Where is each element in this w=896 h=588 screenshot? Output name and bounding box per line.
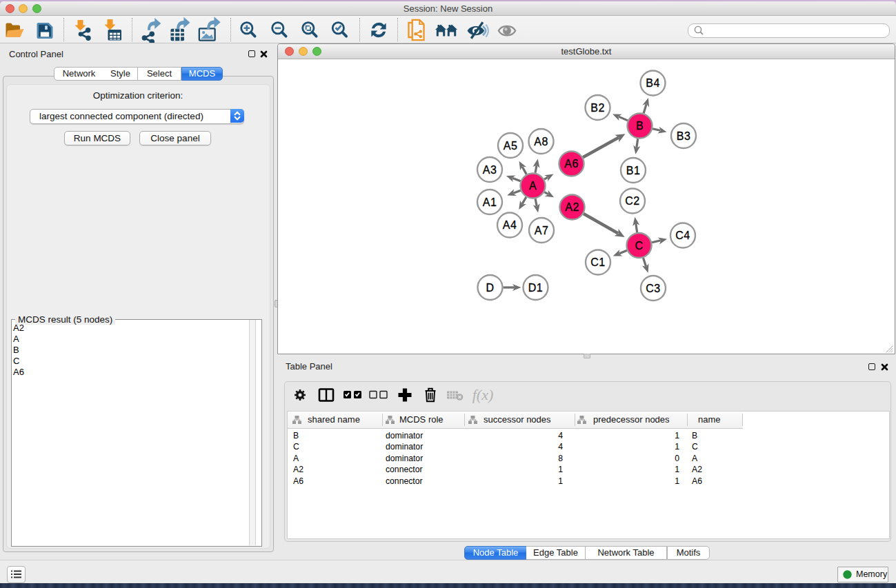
svg-text:D1: D1 (528, 282, 543, 294)
svg-text:A6: A6 (564, 158, 578, 170)
svg-text:A5: A5 (504, 140, 517, 152)
svg-text:f(x): f(x) (472, 386, 494, 403)
svg-text:B1: B1 (626, 165, 640, 176)
svg-text:A1: A1 (483, 196, 497, 208)
svg-text:C4: C4 (675, 230, 690, 241)
svg-text:B: B (636, 120, 644, 132)
svg-text:B4: B4 (646, 77, 659, 89)
svg-text:A8: A8 (534, 136, 548, 148)
svg-text:C2: C2 (625, 195, 639, 207)
svg-text:C1: C1 (590, 256, 605, 268)
svg-text:A3: A3 (483, 164, 497, 176)
svg-text:C: C (635, 240, 644, 252)
svg-text:B2: B2 (590, 102, 604, 114)
svg-text:D: D (486, 282, 495, 294)
svg-text:A2: A2 (565, 201, 579, 213)
svg-text:A: A (529, 180, 537, 192)
svg-text:A7: A7 (535, 225, 548, 236)
svg-text:A4: A4 (503, 219, 517, 231)
svg-text:B3: B3 (677, 130, 690, 142)
svg-text:C3: C3 (646, 283, 660, 294)
